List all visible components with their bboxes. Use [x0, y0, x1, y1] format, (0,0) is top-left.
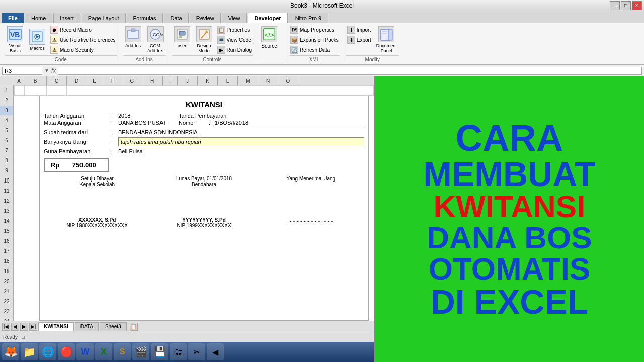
maximize-btn[interactable]: □ — [621, 1, 631, 10]
view-code-button[interactable]: 💻 View Code — [216, 35, 253, 44]
row-header-18[interactable]: 18 — [0, 256, 14, 266]
cell-A1[interactable] — [14, 85, 24, 96]
col-header-A[interactable]: A — [14, 76, 24, 85]
taskbar-media[interactable]: 🎬 — [132, 343, 149, 360]
row-header-9[interactable]: 9 — [0, 166, 14, 176]
refresh-data-button[interactable]: 🔄 Refresh Data — [289, 45, 340, 54]
row-header-7[interactable]: 7 — [0, 146, 14, 156]
row-header-2[interactable]: 2 — [0, 96, 14, 106]
row-header-5[interactable]: 5 — [0, 126, 14, 136]
run-dialog-button[interactable]: ▶ Run Dialog — [216, 45, 253, 54]
taskbar-db[interactable]: 💾 — [151, 343, 168, 360]
col-header-C[interactable]: C — [47, 76, 67, 85]
row-header-11[interactable]: 11 — [0, 186, 14, 196]
row-header-10[interactable]: 10 — [0, 176, 14, 186]
tab-insert[interactable]: Insert — [53, 13, 80, 23]
row-header-22[interactable]: 22 — [0, 297, 14, 307]
insert-button[interactable]: Insert — [172, 25, 192, 49]
row-header-17[interactable]: 17 — [0, 246, 14, 256]
col-header-I[interactable]: I — [163, 76, 178, 85]
macro-security-button[interactable]: ⚠ Macro Security — [49, 45, 117, 54]
cell-reference-input[interactable] — [2, 67, 42, 75]
col-header-K[interactable]: K — [198, 76, 218, 85]
row-header-12[interactable]: 12 — [0, 196, 14, 206]
tab-view[interactable]: View — [222, 13, 247, 23]
row-header-8[interactable]: 8 — [0, 156, 14, 166]
taskbar-spss[interactable]: S — [114, 343, 131, 360]
taskbar-cut[interactable]: ✂ — [188, 343, 205, 360]
sheet-tab-sheet3[interactable]: Sheet3 — [100, 322, 127, 331]
taskbar-firefox[interactable]: 🦊 — [2, 343, 19, 360]
cell-B1[interactable] — [24, 85, 47, 96]
row-header-19[interactable]: 19 — [0, 266, 14, 277]
col-header-O[interactable]: O — [278, 76, 298, 85]
tab-formulas[interactable]: Formulas — [127, 13, 163, 23]
minimize-btn[interactable]: — — [610, 1, 620, 10]
tab-file[interactable]: File — [2, 13, 24, 23]
export-button[interactable]: ⬇ Export — [346, 35, 372, 44]
addins-button[interactable]: Add-Ins — [123, 25, 143, 49]
row-header-15[interactable]: 15 — [0, 226, 14, 236]
tab-developer[interactable]: Developer — [248, 13, 287, 23]
sheet-prev-btn[interactable]: ◀ — [11, 323, 19, 331]
col-header-N[interactable]: N — [258, 76, 278, 85]
tab-data[interactable]: Data — [164, 13, 188, 23]
col-header-D[interactable]: D — [67, 76, 87, 85]
map-properties-button[interactable]: 🗺 Map Properties — [289, 25, 340, 34]
sheet-last-btn[interactable]: ▶| — [29, 323, 37, 331]
cell-C1[interactable] — [47, 85, 67, 96]
tab-review[interactable]: Review — [190, 13, 221, 23]
row-header-24[interactable]: 24 — [0, 317, 14, 321]
sheet-first-btn[interactable]: |◀ — [2, 323, 10, 331]
sheet-tab-kwitansi[interactable]: KWITANSI — [38, 322, 74, 331]
sheet-next-btn[interactable]: ▶ — [20, 323, 28, 331]
record-macro-button[interactable]: ⏺ Record Macro — [49, 25, 117, 34]
col-header-E[interactable]: E — [87, 76, 102, 85]
row-header-1[interactable]: 1 — [0, 85, 14, 96]
use-relative-refs-button[interactable]: ⚠ Use Relative References — [49, 35, 117, 44]
col-header-G[interactable]: G — [122, 76, 142, 85]
row-header-6[interactable]: 6 — [0, 136, 14, 146]
formula-input[interactable] — [58, 67, 642, 75]
col-header-J[interactable]: J — [178, 76, 198, 85]
taskbar-excel[interactable]: X — [95, 343, 112, 360]
taskbar-app1[interactable]: 🔴 — [58, 343, 75, 360]
design-mode-button[interactable]: DesignMode — [194, 25, 214, 54]
visual-basic-button[interactable]: VB VisualBasic — [5, 25, 25, 54]
sheet-nav[interactable]: |◀ ◀ ▶ ▶| — [2, 323, 37, 331]
document-panel-button[interactable]: DocumentPanel — [374, 25, 399, 54]
taskbar-back[interactable]: ◀ — [207, 343, 224, 360]
tab-pagelayout[interactable]: Page Layout — [82, 13, 126, 23]
col-header-B[interactable]: B — [24, 76, 47, 85]
expand-cell-ref-icon[interactable]: ▼ — [44, 68, 49, 73]
row-header-16[interactable]: 16 — [0, 236, 14, 246]
tab-nitro[interactable]: Nitro Pro 9 — [289, 13, 329, 23]
row-header-13[interactable]: 13 — [0, 206, 14, 216]
taskbar-files[interactable]: 🗂 — [170, 343, 187, 360]
macros-button[interactable]: Macros — [27, 28, 47, 52]
new-sheet-btn[interactable]: 📋 — [130, 323, 138, 331]
close-btn[interactable]: ✕ — [632, 1, 642, 10]
row-header-14[interactable]: 14 — [0, 216, 14, 226]
import-button[interactable]: ⬆ Import — [346, 25, 372, 34]
taskbar-word[interactable]: W — [76, 343, 94, 360]
source-button[interactable]: </> Source — [259, 25, 279, 50]
row-header-3[interactable]: 3 — [0, 106, 14, 116]
col-header-F[interactable]: F — [102, 76, 122, 85]
properties-button[interactable]: 📋 Properties — [216, 25, 253, 34]
window-controls[interactable]: — □ ✕ — [610, 1, 642, 10]
col-header-M[interactable]: M — [238, 76, 258, 85]
row-header-21[interactable]: 21 — [0, 287, 14, 297]
row-header-23[interactable]: 23 — [0, 307, 14, 317]
cell-rest-1[interactable] — [67, 85, 374, 96]
taskbar-browser[interactable]: 🌐 — [39, 343, 56, 360]
expansion-packs-button[interactable]: 📦 Expansion Packs — [289, 35, 340, 44]
col-header-L[interactable]: L — [218, 76, 238, 85]
tab-home[interactable]: Home — [25, 13, 52, 23]
com-addins-button[interactable]: COM COMAdd-Ins — [145, 25, 166, 54]
ribbon-tab-bar[interactable]: File Home Insert Page Layout Formulas Da… — [0, 11, 644, 23]
row-header-4[interactable]: 4 — [0, 116, 14, 126]
sheet-tab-data[interactable]: DATA — [75, 322, 99, 331]
taskbar-folder[interactable]: 📁 — [21, 343, 38, 360]
row-header-20[interactable]: 20 — [0, 277, 14, 287]
